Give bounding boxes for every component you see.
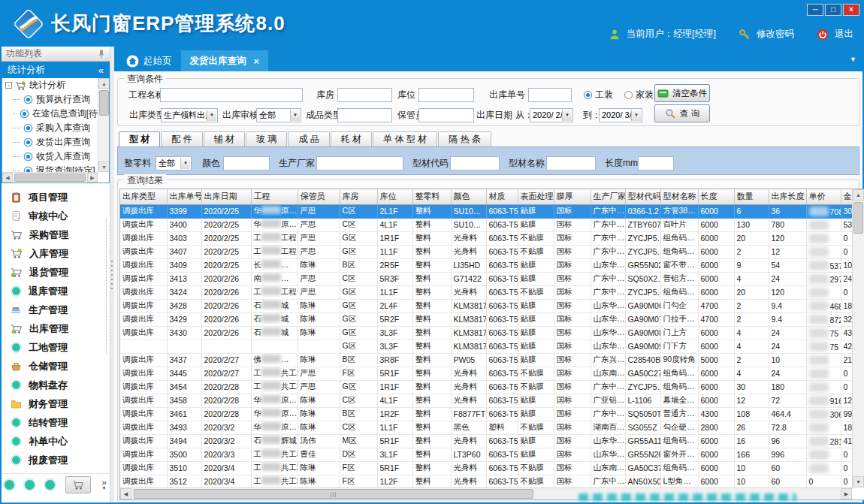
cell[interactable]: 不贴膜 xyxy=(518,475,554,488)
tab-1[interactable]: 发货出库查询× xyxy=(181,50,269,71)
cell[interactable]: 75 xyxy=(806,326,841,340)
location-input[interactable] xyxy=(418,88,474,102)
cell[interactable]: 60 xyxy=(769,461,806,475)
cell[interactable]: 708 xyxy=(806,204,841,218)
column-header[interactable]: 型材代码 xyxy=(625,189,660,204)
sidebar-module-cart-out[interactable]: 出库管理 xyxy=(2,319,105,338)
cell[interactable]: 24 xyxy=(769,340,806,353)
cell[interactable] xyxy=(806,218,841,231)
cell[interactable]: 6063-T5 xyxy=(486,312,518,326)
tree-item[interactable]: 退货查询[待定] xyxy=(2,164,98,172)
scroll-thumb[interactable] xyxy=(14,174,86,182)
cell[interactable]: 门勾企 xyxy=(660,299,698,312)
cell[interactable]: ZYCJP5… xyxy=(625,231,660,245)
date-to-select[interactable]: 2020/ 3/16▼ xyxy=(599,108,642,122)
sidebar-module-teal-circle[interactable]: 物料盘存 xyxy=(2,376,105,394)
sidebar-module-clipboard[interactable]: 项目管理 xyxy=(2,188,105,207)
profile-name-input[interactable] xyxy=(546,156,596,171)
cell[interactable]: 1R2F xyxy=(377,407,412,421)
cell[interactable]: 1L1F xyxy=(377,285,412,299)
cell[interactable]: 整料 xyxy=(412,394,451,407)
cell[interactable]: 调拨出库 xyxy=(120,434,167,448)
table-row[interactable]: 调拨出库34002020/2/25华原…严思C区4L1F整料SU10…6063-… xyxy=(120,218,852,231)
cell[interactable]: 组角码… xyxy=(660,367,698,380)
cell[interactable]: 2020/3/2 xyxy=(201,434,251,448)
scroll-thumb[interactable] xyxy=(99,90,109,116)
column-header[interactable]: 金 xyxy=(841,189,852,204)
cell[interactable]: 3428 xyxy=(167,299,201,312)
tree-root-node[interactable]: - 统计分析 xyxy=(2,78,98,92)
cell[interactable]: 423 xyxy=(841,340,852,353)
cell[interactable]: 96 xyxy=(769,434,806,448)
cell[interactable]: 门上方 xyxy=(660,326,698,340)
cell[interactable]: 陈琳 xyxy=(298,258,340,272)
cell[interactable]: 2020/2/25 xyxy=(201,204,251,218)
cell[interactable]: 广东中… xyxy=(591,272,625,285)
cell[interactable]: 整料 xyxy=(412,299,451,312)
cell[interactable]: 241 xyxy=(841,272,852,285)
cell[interactable]: 严思 xyxy=(298,380,340,394)
cell[interactable]: 国标 xyxy=(554,461,591,475)
tree-vertical-scrollbar[interactable]: ▲ ▼ xyxy=(98,78,109,172)
cell[interactable]: 光身料 xyxy=(451,367,486,380)
cell[interactable]: 0 xyxy=(841,285,852,299)
cell[interactable]: G区 xyxy=(340,326,377,340)
cell[interactable]: 塑料 xyxy=(486,421,518,434)
cell[interactable]: 3445 xyxy=(167,367,201,380)
cell[interactable]: 4700 xyxy=(698,299,734,312)
cell[interactable]: 2 xyxy=(734,299,769,312)
cell[interactable]: 2020/2/26 xyxy=(201,272,251,285)
cell[interactable]: 山东南… xyxy=(591,461,625,475)
cell[interactable]: 6063-T5 xyxy=(486,299,518,312)
cell[interactable]: 贴膜 xyxy=(518,258,554,272)
cell[interactable]: 5R1F xyxy=(377,367,412,380)
cell[interactable]: 3437 xyxy=(167,353,201,367)
cell[interactable]: 贴膜 xyxy=(518,407,554,421)
cell[interactable]: 组角码… xyxy=(660,434,698,448)
cell[interactable]: 严思 xyxy=(298,367,340,380)
cell[interactable]: 整料 xyxy=(412,407,451,421)
cell[interactable]: 4 xyxy=(734,326,769,340)
cell[interactable]: C区 xyxy=(340,394,377,407)
cell[interactable]: 贴膜 xyxy=(518,218,554,231)
cell[interactable]: 贴膜 xyxy=(518,326,554,340)
cell[interactable]: GR55N02 xyxy=(625,258,660,272)
table-row[interactable]: 调拨出库34942020/3/2石辉城汤伟M区5R1F整料光身料6063-T5贴… xyxy=(120,434,852,448)
cell[interactable]: 严思 xyxy=(298,245,340,258)
cell[interactable] xyxy=(806,367,841,380)
tab-list-caret-icon[interactable]: ▼ xyxy=(850,56,856,63)
cell[interactable]: 调拨出库 xyxy=(120,461,167,475)
radio-home-decoration[interactable]: 家装 xyxy=(624,89,654,101)
length-input[interactable] xyxy=(638,156,674,171)
cell[interactable]: 0 xyxy=(806,475,841,488)
cell[interactable]: 916 xyxy=(806,394,841,407)
cell[interactable]: 3R8F xyxy=(377,353,412,367)
cell[interactable]: G区 xyxy=(340,340,377,353)
cell[interactable]: 2972 xyxy=(806,272,841,285)
cell[interactable]: 2800 xyxy=(698,421,734,434)
tree-item[interactable]: 收货入库查询 xyxy=(2,149,98,164)
cell[interactable]: 南… xyxy=(251,272,298,285)
cell[interactable]: 国标 xyxy=(554,421,591,434)
cell[interactable]: 光身料 xyxy=(451,461,486,475)
cell[interactable]: G区 xyxy=(340,312,377,326)
cell[interactable]: 陈琳 xyxy=(298,312,340,326)
sidebar-module-cart-return[interactable]: 退货管理 xyxy=(2,263,105,282)
cell[interactable] xyxy=(806,461,841,475)
cell[interactable]: 10 xyxy=(769,353,806,367)
cell[interactable]: 整料 xyxy=(412,231,451,245)
cell[interactable]: 24 xyxy=(769,272,806,285)
cell[interactable]: 广东中… xyxy=(591,245,625,258)
table-row[interactable]: 调拨出库35002020/3/3工共工程曹佳D区3L1F整料LT3P606063… xyxy=(120,448,852,461)
cell[interactable]: 3494 xyxy=(167,434,201,448)
cell[interactable]: 9.4 xyxy=(769,299,806,312)
cell[interactable]: 光身料 xyxy=(451,475,486,488)
cell[interactable]: 6000 xyxy=(698,448,734,461)
cell[interactable]: 2020/2/26 xyxy=(201,285,251,299)
column-header[interactable]: 出库长度 xyxy=(769,189,806,204)
cell[interactable] xyxy=(120,340,167,353)
cell[interactable]: 整料 xyxy=(412,421,451,434)
sidebar-module-notepad[interactable]: 审核中心 xyxy=(2,207,105,225)
table-row[interactable]: 调拨出库35122020/3/4工共工程陈琳F区1L2F整料光身料6063-T5… xyxy=(120,475,852,488)
cell[interactable]: 国标 xyxy=(554,475,591,488)
